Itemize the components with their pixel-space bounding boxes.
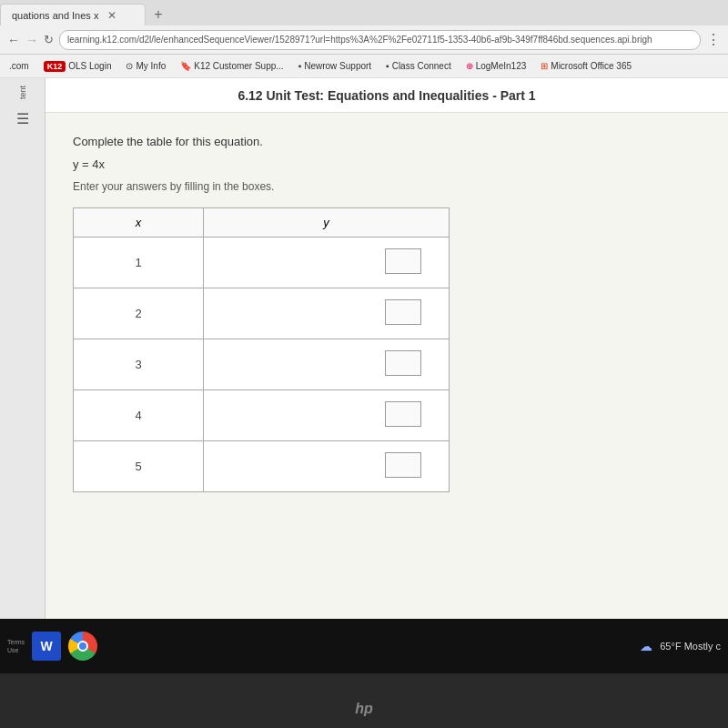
forward-button[interactable]: → bbox=[25, 33, 38, 47]
col-header-y: y bbox=[204, 208, 450, 238]
main-content: 6.12 Unit Test: Equations and Inequaliti… bbox=[46, 78, 728, 673]
bookmark-office365[interactable]: ⊞ Microsoft Office 365 bbox=[535, 59, 637, 73]
page-header: 6.12 Unit Test: Equations and Inequaliti… bbox=[46, 78, 728, 113]
menu-icon[interactable]: ⋮ bbox=[706, 31, 721, 48]
answer-input-3[interactable] bbox=[385, 350, 421, 376]
chrome-inner bbox=[77, 641, 88, 652]
bookmark-class-connect[interactable]: ▪ Class Connect bbox=[380, 59, 457, 73]
x-value-3: 3 bbox=[74, 339, 204, 390]
k12-badge: K12 bbox=[44, 61, 66, 72]
table-row: 5 bbox=[74, 441, 450, 492]
taskbar-right: ☁ 65°F Mostly c bbox=[640, 639, 721, 653]
terms-label: Terms Use bbox=[7, 638, 25, 654]
question-instruction: Complete the table for this equation. bbox=[73, 135, 701, 148]
x-value-1: 1 bbox=[74, 238, 204, 288]
info-icon: ⊙ bbox=[126, 61, 133, 71]
table-row: 1 bbox=[74, 238, 450, 288]
y-cell-4 bbox=[204, 390, 450, 441]
page-title: 6.12 Unit Test: Equations and Inequaliti… bbox=[60, 88, 713, 103]
y-cell-1 bbox=[204, 238, 450, 288]
table-row: 3 bbox=[74, 339, 450, 390]
url-text: learning.k12.com/d2l/le/enhancedSequence… bbox=[67, 35, 652, 45]
fill-instruction: Enter your answers by filling in the box… bbox=[73, 180, 701, 193]
x-value-4: 4 bbox=[74, 390, 204, 441]
bookmarks-bar: .com K12 OLS Login ⊙ My Info 🔖 K12 Custo… bbox=[0, 55, 728, 78]
word-app-button[interactable]: W bbox=[32, 632, 61, 661]
equation-table: x y 1 2 3 bbox=[73, 207, 450, 492]
bookmark-label: .com bbox=[9, 61, 29, 71]
answer-input-2[interactable] bbox=[385, 299, 421, 325]
x-value-2: 2 bbox=[74, 288, 204, 339]
bookmark-icon: 🔖 bbox=[180, 61, 191, 71]
new-tab-button[interactable]: + bbox=[146, 4, 171, 25]
bookmark-logmein[interactable]: ⊕ LogMeIn123 bbox=[460, 59, 532, 73]
taskbar: Terms Use W ☁ 65°F Mostly c bbox=[0, 619, 728, 673]
address-input[interactable]: learning.k12.com/d2l/le/enhancedSequence… bbox=[59, 30, 701, 50]
back-button[interactable]: ← bbox=[7, 33, 20, 47]
laptop-body: hp bbox=[0, 673, 728, 728]
table-row: 4 bbox=[74, 390, 450, 441]
bookmark-newrow[interactable]: ▪ Newrow Support bbox=[293, 59, 377, 73]
weather-icon: ☁ bbox=[640, 639, 652, 653]
equation-text: y = 4x bbox=[73, 157, 701, 171]
bookmark-label: My Info bbox=[136, 61, 166, 71]
y-cell-2 bbox=[204, 288, 450, 339]
active-tab[interactable]: quations and Ines x ✕ bbox=[0, 4, 146, 25]
bookmark-k12com[interactable]: .com bbox=[4, 59, 35, 73]
sidebar: tent ☰ bbox=[0, 78, 46, 673]
bookmark-my-info[interactable]: ⊙ My Info bbox=[120, 59, 171, 73]
weather-text: 65°F Mostly c bbox=[660, 641, 721, 652]
refresh-button[interactable]: ↻ bbox=[44, 33, 54, 46]
tab-title: quations and Ines x bbox=[12, 10, 98, 21]
x-value-5: 5 bbox=[74, 441, 204, 492]
tab-bar: quations and Ines x ✕ + bbox=[0, 0, 728, 25]
bookmark-label: Newrow Support bbox=[304, 61, 371, 71]
chrome-app-button[interactable] bbox=[68, 632, 97, 661]
bookmark-k12-support[interactable]: 🔖 K12 Customer Supp... bbox=[175, 59, 288, 73]
table-row: 2 bbox=[74, 288, 450, 339]
close-icon[interactable]: ✕ bbox=[107, 9, 116, 22]
hp-logo: hp bbox=[355, 701, 373, 717]
y-cell-5 bbox=[204, 441, 450, 492]
bookmark-icon: ▪ bbox=[386, 61, 389, 71]
answer-input-1[interactable] bbox=[385, 248, 421, 274]
bookmark-label: Class Connect bbox=[392, 61, 451, 71]
page-body: Complete the table for this equation. y … bbox=[46, 113, 728, 673]
address-bar: ← → ↻ learning.k12.com/d2l/le/enhancedSe… bbox=[0, 25, 728, 55]
bookmark-label: OLS Login bbox=[68, 61, 111, 71]
answer-input-5[interactable] bbox=[385, 452, 421, 478]
hamburger-icon[interactable]: ☰ bbox=[16, 110, 29, 127]
y-cell-3 bbox=[204, 339, 450, 390]
bookmark-ols-login[interactable]: K12 OLS Login bbox=[38, 59, 117, 74]
logmein-icon: ⊕ bbox=[466, 61, 473, 71]
bookmark-label: K12 Customer Supp... bbox=[194, 61, 283, 71]
bookmark-label: Microsoft Office 365 bbox=[551, 61, 632, 71]
sidebar-label: tent bbox=[18, 86, 27, 99]
bookmark-label: LogMeIn123 bbox=[476, 61, 527, 71]
browser-window: quations and Ines x ✕ + ← → ↻ learning.k… bbox=[0, 0, 728, 673]
office-icon: ⊞ bbox=[541, 61, 548, 71]
col-header-x: x bbox=[74, 208, 204, 238]
bookmark-icon: ▪ bbox=[298, 61, 302, 71]
content-area: tent ☰ 6.12 Unit Test: Equations and Ine… bbox=[0, 78, 728, 673]
answer-input-4[interactable] bbox=[385, 401, 421, 427]
